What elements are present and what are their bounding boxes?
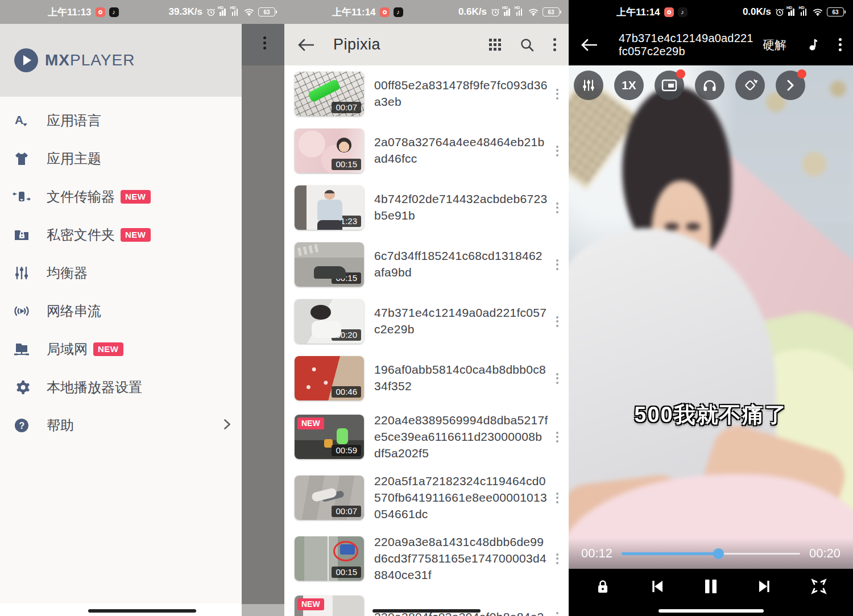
back-button[interactable] [297,37,314,53]
file-options-button[interactable] [554,370,561,387]
new-badge: NEW [93,342,123,356]
decoder-toggle[interactable]: 硬解 [763,37,786,53]
playback-speed-button[interactable]: 1X [614,71,644,100]
menu-item-lan[interactable]: 局域网 NEW [0,330,242,368]
duration-badge: 00:59 [332,445,361,456]
clock-time: 上午11:14 [616,6,660,19]
file-name: 220a9a3e8a1431c48dbb6de99d6cd3f77581165e… [374,534,548,584]
menu-item-network-stream[interactable]: 网络串流 [0,292,242,330]
grid-view-button[interactable] [489,39,501,51]
file-row[interactable]: 00:15 6c7d34ff185241c68cd1318462afa9bd [284,236,569,293]
dimmed-content [242,65,284,604]
menu-item-app-language[interactable]: A 应用语言 [0,101,242,139]
duration-badge: 00:20 [332,329,361,341]
file-options-button[interactable] [554,313,561,330]
file-options-button[interactable] [554,142,561,160]
file-options-button[interactable] [554,609,561,616]
screen-record-icon [380,7,390,17]
home-indicator[interactable] [88,609,196,613]
new-badge: NEW [121,190,151,204]
wifi-icon [813,8,823,16]
settings-gear-icon [10,379,33,396]
translate-icon: A [10,112,33,129]
file-options-button[interactable] [554,199,561,217]
overflow-menu-button[interactable] [553,38,556,51]
menu-item-local-player-settings[interactable]: 本地播放器设置 [0,368,242,406]
screen: 上午11:13 ♪ 39.3K/s HD HD 63 MXPLAYER [0,0,853,616]
file-options-button[interactable] [554,489,561,507]
lock-button[interactable] [589,573,616,600]
menu-item-app-theme[interactable]: 应用主题 [0,139,242,177]
menu-label: 文件传输器 [47,188,115,206]
drawer-menu: A 应用语言 应用主题 文件传输器 [0,97,242,603]
previous-button[interactable] [643,573,670,600]
file-options-button[interactable] [554,428,561,446]
next-button[interactable] [751,573,779,600]
file-options-button[interactable] [554,256,561,274]
menu-item-file-transfer[interactable]: 文件传输器 NEW [0,177,242,216]
status-bar: 上午11:14 ♪ 0.0K/s HD HD 63 [569,0,853,24]
back-button[interactable] [580,37,597,53]
alarm-icon [491,7,500,16]
file-row[interactable]: 00:07 00ff85e2a831478f9fe7fc093d36a3eb [284,65,569,122]
rotate-screen-button[interactable] [735,71,765,100]
video-surface[interactable]: 1X 500我就不痛了 00:12 [569,65,853,569]
file-row[interactable]: 00:07 220a5f1a72182324c119464cd0570fb641… [284,468,569,528]
battery-icon: 63 [543,7,560,16]
notification-dot [797,69,806,78]
drawer-header: MXPLAYER [0,24,242,97]
audio-mode-button[interactable] [695,71,724,100]
file-options-button[interactable] [554,85,561,103]
video-thumbnail: NEW 00:59 [295,415,364,459]
toolbar: Pipixia [284,24,569,65]
video-thumbnail: 00:15 [295,129,364,173]
tiktok-notification-icon: ♪ [109,7,119,17]
seek-bar[interactable] [622,553,800,555]
speed-label: 1X [622,78,636,92]
total-time: 00:20 [809,546,840,561]
signal-icon-sim1: HD [504,8,512,16]
menu-label: 私密文件夹 [47,226,115,244]
pause-button[interactable] [697,573,724,600]
menu-label: 应用主题 [47,150,101,168]
more-controls-button[interactable] [776,71,805,100]
file-row[interactable]: 00:15 220a9a3e8a1431c48dbb6de99d6cd3f775… [284,528,569,589]
status-bar: 上午11:14 ♪ 0.6K/s HD HD 63 [284,0,569,24]
video-thumbnail: 00:15 [295,536,364,581]
file-name: 00ff85e2a831478f9fe7fc093d36a3eb [374,77,548,110]
player-bottom-bar [569,569,853,604]
video-thumbnail: 00:46 [295,356,364,400]
file-row[interactable]: 00:15 2a078a32764a4ee48464eb21bad46fcc [284,122,569,179]
signal-icon-sim2: HD [801,8,809,16]
logo-text-bold: MX [45,51,70,69]
file-options-button[interactable] [554,550,561,568]
fullscreen-button[interactable] [805,573,833,600]
home-indicator[interactable] [659,609,764,613]
seek-bar-thumb[interactable] [713,548,724,559]
page-title: Pipixia [333,36,380,53]
logo-text-light: PLAYER [70,51,135,69]
file-name: 196af0abb5814c0ca4b8dbb0c834f352 [374,362,548,395]
file-row[interactable]: 01:23 4b742f02de714432acbdeb6723b5e91b [284,179,569,236]
file-row[interactable]: 00:46 196af0abb5814c0ca4b8dbb0c834f352 [284,350,569,407]
help-icon: ? [10,417,33,434]
equalizer-icon [10,264,33,282]
pip-button[interactable] [655,71,684,100]
video-thumbnail: NEW [295,596,364,616]
menu-item-private-folder[interactable]: 私密文件夹 NEW [0,216,242,254]
dimmed-navbar [242,604,284,616]
mx-player-logo: MXPLAYER [14,48,135,72]
menu-item-equalizer[interactable]: 均衡器 [0,254,242,292]
menu-item-help[interactable]: ? 帮助 [0,406,242,444]
audio-track-button[interactable] [806,38,819,52]
menu-label: 帮助 [47,416,74,435]
equalizer-button[interactable] [574,71,603,100]
file-row[interactable]: 00:20 47b371e4c12149a0ad221fc057c2e29b [284,293,569,350]
screen-record-icon [664,7,674,17]
file-row[interactable]: NEW 00:59 220a4e8389569994d8dba5217fe5ce… [284,407,569,468]
home-indicator[interactable] [372,609,481,613]
dimmed-background[interactable] [242,24,284,616]
overflow-menu-button[interactable] [839,38,842,51]
search-button[interactable] [520,38,535,52]
file-name: 6c7d34ff185241c68cd1318462afa9bd [374,248,548,281]
